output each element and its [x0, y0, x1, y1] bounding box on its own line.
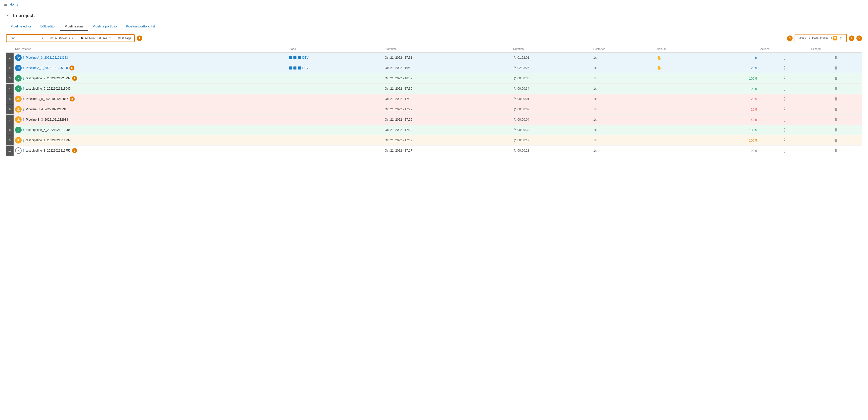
all-projects-segment[interactable]: 🗂 All Projects ▼ — [47, 35, 77, 41]
actions-cell: ⋮ — [759, 125, 810, 135]
stage-cell: DEV — [287, 63, 383, 73]
expand-button[interactable]: ⇅ — [833, 76, 839, 81]
filter-box[interactable]: Filters: ▼ Default filter +🔽 ⬚ — [795, 34, 847, 42]
actions-button[interactable]: ⋮ — [780, 137, 788, 143]
row-number: 10 — [6, 145, 13, 156]
tab-dsl-editor[interactable]: DSL editor — [36, 22, 60, 31]
table-row: 3 ✓ ℹ test pipeline_7_20221021220937 7 O… — [6, 73, 862, 84]
table-row: 10 ✕ ℹ test pipeline_3_20221021211755 9 … — [6, 145, 862, 156]
pipeline-name-link[interactable]: Pipeline A_1_20221021205000 — [26, 66, 68, 70]
stage-cell — [287, 135, 383, 145]
all-run-statuses-segment[interactable]: ⏺ All Run Statuses ▼ — [77, 35, 115, 41]
actions-button[interactable]: ⋮ — [780, 54, 788, 61]
row-number: 7 — [6, 115, 13, 125]
duration-value: 01:22:01 — [518, 56, 529, 59]
table-row: 1 ↻ ℹ Pipeline A_3_20221021213123 DEVOct… — [6, 53, 862, 63]
expand-cell: ⇅ — [810, 73, 862, 84]
actions-button[interactable]: ⋮ — [780, 116, 788, 123]
filter-save-button[interactable]: ⬚ — [840, 36, 844, 40]
start-time-cell: Oct 21, 2022 - 17:19 — [383, 135, 512, 145]
restarted-cell: 1x — [592, 94, 655, 104]
percent-cell: 90% — [706, 145, 759, 156]
restarted-cell: 1x — [592, 115, 655, 125]
timer-icon: ⏱ — [513, 87, 517, 91]
percent-cell: 2% — [706, 53, 759, 63]
pipeline-name: Pipeline B_3_20221021212938 — [26, 118, 68, 121]
pipeline-name: test pipeline_3_20221021211755 — [26, 149, 71, 152]
restarted-cell: 1x — [592, 63, 655, 73]
actions-button[interactable]: ⋮ — [780, 96, 788, 102]
actions-button[interactable]: ⋮ — [780, 106, 788, 113]
run-instance-cell: ✕ ℹ test pipeline_3_20221021211755 9 — [13, 145, 287, 156]
stage-cell — [287, 84, 383, 94]
row-number: 6 — [6, 104, 13, 115]
expand-button[interactable]: ⇅ — [833, 86, 839, 92]
info-icon[interactable]: ℹ — [23, 97, 24, 101]
info-icon[interactable]: ℹ — [23, 66, 24, 70]
stage-cell — [287, 145, 383, 156]
info-icon[interactable]: ℹ — [23, 128, 24, 132]
info-icon[interactable]: ℹ — [23, 138, 24, 142]
find-segment[interactable]: ▼ — [6, 35, 47, 41]
expand-button[interactable]: ⇅ — [833, 127, 839, 133]
tags-icon: 🏷 — [117, 36, 121, 40]
actions-cell: ⋮ — [759, 94, 810, 104]
status-icon: ⚠ — [15, 116, 22, 123]
info-icon[interactable]: ℹ — [23, 56, 24, 60]
timer-icon: ⏱ — [513, 66, 517, 70]
col-restarted: Restarted — [592, 45, 655, 53]
start-time-cell: Oct 21, 2022 - 17:29 — [383, 104, 512, 115]
pipeline-name-link[interactable]: Pipeline A_3_20221021213123 — [26, 56, 68, 59]
actions-button[interactable]: ⋮ — [780, 65, 788, 71]
expand-button[interactable]: ⇅ — [833, 138, 839, 143]
back-arrow[interactable]: ← — [6, 13, 10, 18]
tab-pipeline-runs[interactable]: Pipeline runs — [60, 22, 88, 31]
info-icon[interactable]: ℹ — [23, 118, 24, 122]
expand-button[interactable]: ⇅ — [833, 117, 839, 122]
info-icon[interactable]: ℹ — [23, 87, 24, 91]
restarted-cell: 1x — [592, 53, 655, 63]
expand-cell: ⇅ — [810, 135, 862, 145]
duration-cell: ⏱01:22:01 — [512, 53, 592, 63]
info-icon[interactable]: ℹ — [23, 76, 24, 80]
actions-button[interactable]: ⋮ — [780, 75, 788, 82]
info-icon[interactable]: ℹ — [23, 107, 24, 111]
percent-cell: 50% — [706, 115, 759, 125]
expand-button[interactable]: ⇅ — [833, 65, 839, 71]
table-row: 7 ⚠ ℹ Pipeline B_3_20221021212938 Oct 21… — [6, 115, 862, 125]
duration-cell: ⏱00:00:33 — [512, 73, 592, 84]
expand-cell: ⇅ — [810, 84, 862, 94]
actions-cell: ⋮ — [759, 53, 810, 63]
expand-cell: ⇅ — [810, 94, 862, 104]
actions-button[interactable]: ⋮ — [780, 85, 788, 92]
expand-cell: ⇅ — [810, 145, 862, 156]
tab-pipeline-portfolio-list[interactable]: Pipeline portfolio list — [121, 22, 160, 31]
restarted-cell: 1x — [592, 145, 655, 156]
col-actions: Actions — [759, 45, 810, 53]
expand-button[interactable]: ⇅ — [833, 55, 839, 61]
duration-cell: ⏱00:00:01 — [512, 94, 592, 104]
percent-cell: 100% — [706, 73, 759, 84]
actions-cell: ⋮ — [759, 63, 810, 73]
actions-button[interactable]: ⋮ — [780, 127, 788, 133]
expand-button[interactable]: ⇅ — [833, 96, 839, 102]
pipeline-name: Pipeline C_4_20221021212940 — [26, 108, 68, 111]
row-annotation: 9 — [72, 148, 77, 153]
info-icon[interactable]: ℹ — [23, 148, 24, 152]
home-link[interactable]: Home — [9, 2, 18, 6]
search-input[interactable] — [9, 36, 40, 40]
timer-icon: ⏱ — [513, 118, 517, 122]
run-instance-cell: ✓ ℹ test pipeline_5_20221021212904 — [13, 125, 287, 135]
expand-button[interactable]: ⇅ — [833, 148, 839, 153]
row-annotation: 7 — [72, 76, 77, 81]
tab-pipeline-editor[interactable]: Pipeline editor — [6, 22, 36, 31]
page-title: In project: — [13, 13, 35, 18]
tab-pipeline-portfolio[interactable]: Pipeline portfolio — [88, 22, 121, 31]
expand-button[interactable]: ⇅ — [833, 107, 839, 112]
start-time-cell: Oct 21, 2022 - 17:29 — [383, 125, 512, 135]
filter-add-button[interactable]: +🔽 — [830, 36, 838, 40]
status-icon: ↻ — [15, 54, 22, 61]
actions-button[interactable]: ⋮ — [780, 147, 788, 154]
tags-segment[interactable]: 🏷 0 Tags — [115, 35, 134, 41]
status-icon: ✓ — [15, 127, 22, 133]
